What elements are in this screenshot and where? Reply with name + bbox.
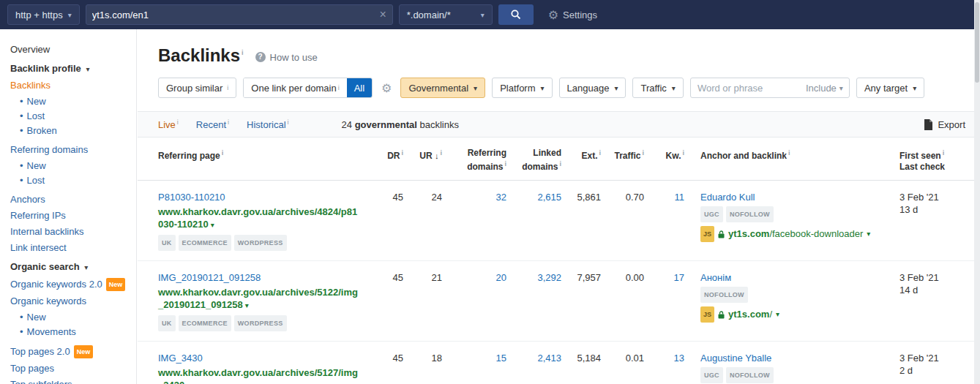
target-search-box: × <box>86 4 393 25</box>
platform-tag: WORDPRESS <box>234 315 287 331</box>
sidebar-item-organic-keywords-2[interactable]: Organic keywords 2.0New <box>10 278 136 291</box>
new-badge: New <box>106 278 126 291</box>
group-similar-button[interactable]: Group similari <box>158 78 236 98</box>
referring-domains-link[interactable]: 32 <box>496 192 506 203</box>
col-header-ur[interactable]: UR ↓i <box>403 148 442 173</box>
mode-tabs-bar: Livei Recenti Historicali 24 governmenta… <box>138 111 980 138</box>
referring-page-title-link[interactable]: IMG_20190121_091258 <box>158 272 261 283</box>
rel-tag: UGC <box>700 206 723 222</box>
col-header-traffic[interactable]: Traffici <box>601 148 644 173</box>
one-link-per-domain-button[interactable]: One link per domaini <box>244 78 346 97</box>
tab-recent[interactable]: Recenti <box>196 118 229 130</box>
anchor-text-link[interactable]: Анонім <box>700 272 731 283</box>
protocol-dropdown[interactable]: http + https ▾ <box>7 4 80 25</box>
referring-page-title-link[interactable]: IMG_3430 <box>158 353 203 364</box>
sidebar-item-referring-domains[interactable]: Referring domains <box>10 144 136 156</box>
col-header-referring-domains[interactable]: Referring domainsi <box>442 148 506 173</box>
all-links-button[interactable]: All <box>347 78 372 97</box>
search-icon <box>510 9 522 20</box>
sidebar-item-anchors[interactable]: Anchors <box>10 194 136 206</box>
protocol-dropdown-label: http + https <box>15 10 63 20</box>
keywords-link[interactable]: 13 <box>674 353 684 364</box>
referring-domains-link[interactable]: 20 <box>496 272 506 283</box>
mode-dropdown-label: *.domain/* <box>407 10 451 20</box>
search-button[interactable] <box>498 4 534 25</box>
sidebar-item-top-pages-2[interactable]: Top pages 2.0New <box>10 345 136 358</box>
how-to-use-link[interactable]: ? How to use <box>255 52 318 63</box>
referring-page-cell: IMG_20190121_091258 www.kharkov.davr.gov… <box>158 271 369 331</box>
sidebar-item-backlinks-broken[interactable]: •Broken <box>10 125 136 137</box>
export-button[interactable]: Export <box>924 119 965 130</box>
sidebar-section-organic-search[interactable]: Organic search ▾ <box>10 261 136 274</box>
linked-domains-link[interactable]: 3,292 <box>537 272 561 283</box>
sidebar-item-top-pages[interactable]: Top pages <box>10 363 136 374</box>
bullet-icon: • <box>20 326 23 337</box>
sidebar-item-backlinks-lost[interactable]: •Lost <box>10 110 136 122</box>
chevron-down-icon[interactable]: ▾ <box>776 308 779 321</box>
include-dropdown[interactable]: Include ▾ <box>806 83 843 94</box>
backlink-target-url[interactable]: yt1s.com/ <box>728 308 772 321</box>
referring-page-url[interactable]: www.kharkov.davr.gov.ua/archives/5127/im… <box>158 366 360 384</box>
info-icon: i <box>228 118 229 126</box>
clear-icon[interactable]: × <box>379 9 386 20</box>
linked-domains-link[interactable]: 2,413 <box>537 353 561 364</box>
language-filter-button[interactable]: Language ▾ <box>559 78 626 98</box>
table-row: P81030-110210 www.kharkov.davr.gov.ua/ar… <box>138 181 980 261</box>
chevron-down-icon: ▾ <box>614 84 618 92</box>
col-header-first-seen[interactable]: First seeni Last check <box>889 148 965 173</box>
keywords-link[interactable]: 11 <box>675 192 685 203</box>
col-header-referring-page[interactable]: Referring pagei <box>158 148 369 173</box>
col-header-linked-domains[interactable]: Linked domainsi <box>506 148 561 173</box>
col-header-ext[interactable]: Ext.i <box>561 148 601 173</box>
keywords-link[interactable]: 17 <box>674 272 684 283</box>
traffic-filter-button[interactable]: Traffic ▾ <box>632 78 683 98</box>
settings-button[interactable]: ⚙ Settings <box>548 8 597 22</box>
sidebar-item-link-intersect[interactable]: Link intersect <box>10 242 136 254</box>
chevron-down-icon: ▾ <box>68 11 72 19</box>
anchor-text-link[interactable]: Eduardo Kull <box>700 192 755 203</box>
rel-tag: UGC <box>700 367 723 383</box>
sidebar-item-organic-keywords[interactable]: Organic keywords <box>10 295 136 307</box>
governmental-filter-button[interactable]: Governmental ▾ <box>400 78 485 98</box>
sidebar-item-backlinks-new[interactable]: •New <box>10 96 136 108</box>
tab-live[interactable]: Livei <box>158 118 179 130</box>
mode-dropdown[interactable]: *.domain/* ▾ <box>399 4 493 25</box>
platform-tag: WORDPRESS <box>234 235 287 251</box>
backlink-target-url[interactable]: yt1s.com/facebook-downloader <box>728 227 863 241</box>
sidebar-item-referring-domains-new[interactable]: •New <box>10 160 136 172</box>
sidebar-item-organic-keywords-movements[interactable]: •Movements <box>10 326 136 338</box>
referring-domains-link[interactable]: 15 <box>496 353 506 364</box>
any-target-filter-button[interactable]: Any target ▾ <box>856 78 924 98</box>
sidebar-item-referring-domains-lost[interactable]: •Lost <box>10 175 136 187</box>
sidebar-item-organic-keywords-new[interactable]: •New <box>10 312 136 323</box>
filter-settings-gear-icon[interactable]: ⚙ <box>381 81 392 95</box>
linked-domains-link[interactable]: 2,615 <box>537 192 561 203</box>
chevron-down-icon: ▾ <box>913 84 916 92</box>
platform-filter-button[interactable]: Platform ▾ <box>492 78 552 98</box>
col-header-kw[interactable]: Kw.i <box>644 148 684 173</box>
first-seen-value: 3 Feb '21 <box>899 271 965 284</box>
col-header-dr[interactable]: DRi <box>369 148 403 173</box>
sidebar-item-internal-backlinks[interactable]: Internal backlinks <box>10 226 136 238</box>
sidebar-item-overview[interactable]: Overview <box>10 44 136 56</box>
last-check-value: 14 d <box>899 284 965 296</box>
tab-historical[interactable]: Historicali <box>247 118 288 130</box>
referring-page-title-link[interactable]: P81030-110210 <box>158 192 225 203</box>
referring-page-url[interactable]: www.kharkov.davr.gov.ua/archives/5122/im… <box>158 286 360 312</box>
sidebar-item-top-subfolders[interactable]: Top subfolders <box>10 379 136 384</box>
scrollbar-thumb[interactable] <box>975 2 979 83</box>
dates-cell: 3 Feb '21 13 d <box>889 191 965 251</box>
target-search-input[interactable] <box>92 10 380 20</box>
chevron-down-icon[interactable]: ▾ <box>211 221 214 229</box>
referring-page-url[interactable]: www.kharkov.davr.gov.ua/archives/4824/p8… <box>158 206 360 231</box>
sidebar-item-referring-ips[interactable]: Referring IPs <box>10 210 136 222</box>
word-or-phrase-filter: Include ▾ <box>690 78 850 98</box>
chevron-down-icon[interactable]: ▾ <box>867 227 870 241</box>
sidebar-section-backlink-profile[interactable]: Backlink profile ▾ <box>10 63 136 75</box>
vertical-scrollbar[interactable] <box>974 0 980 384</box>
chevron-down-icon: ▾ <box>839 84 843 92</box>
sidebar-item-backlinks[interactable]: Backlinks <box>10 80 136 91</box>
anchor-text-link[interactable]: Augustine Yballe <box>700 353 771 364</box>
chevron-down-icon[interactable]: ▾ <box>245 301 249 309</box>
col-header-anchor[interactable]: Anchor and backlinki <box>684 148 889 173</box>
